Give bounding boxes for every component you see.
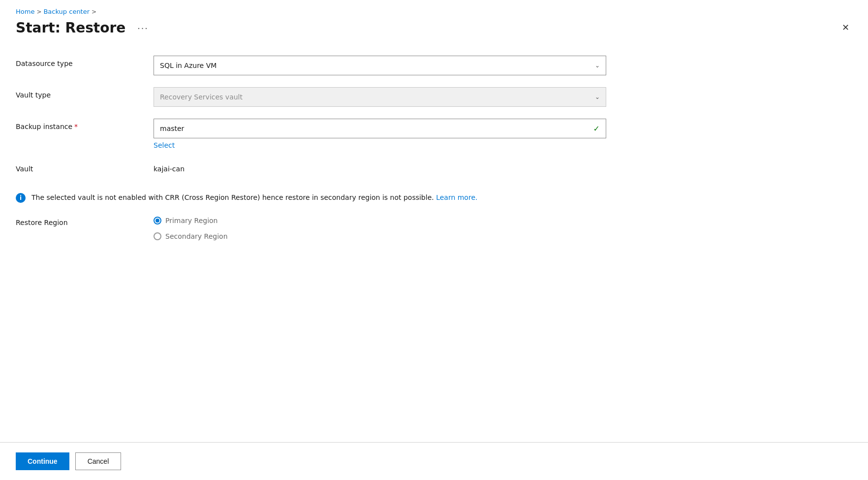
vault-value: kajai-can xyxy=(154,161,606,173)
page-title: Start: Restore xyxy=(16,20,125,36)
datasource-type-value: SQL in Azure VM xyxy=(160,62,217,69)
chevron-down-icon: ⌄ xyxy=(595,62,600,69)
form-section: Datasource type SQL in Azure VM ⌄ Vault … xyxy=(16,56,655,240)
radio-primary-label: Primary Region xyxy=(165,217,217,224)
required-star: * xyxy=(74,123,78,130)
restore-region-label: Restore Region xyxy=(16,217,154,226)
backup-instance-input[interactable]: master ✓ xyxy=(154,119,606,138)
vault-type-label: Vault type xyxy=(16,87,154,99)
page-header: Start: Restore ··· ✕ xyxy=(16,19,852,40)
datasource-type-select[interactable]: SQL in Azure VM ⌄ xyxy=(154,56,606,75)
cancel-button[interactable]: Cancel xyxy=(75,452,122,470)
vault-row: Vault kajai-can xyxy=(16,161,655,181)
close-icon: ✕ xyxy=(842,22,849,33)
restore-region-radio-group: Primary Region Secondary Region xyxy=(154,217,228,240)
footer-bar: Continue Cancel xyxy=(0,442,868,480)
radio-secondary-label: Secondary Region xyxy=(165,232,228,240)
vault-type-select: Recovery Services vault ⌄ xyxy=(154,87,606,107)
check-icon: ✓ xyxy=(593,124,600,133)
more-options-button[interactable]: ··· xyxy=(133,21,153,34)
info-icon: i xyxy=(16,193,26,203)
page-title-row: Start: Restore ··· xyxy=(16,20,153,36)
main-content: Datasource type SQL in Azure VM ⌄ Vault … xyxy=(0,40,868,442)
radio-secondary-region[interactable]: Secondary Region xyxy=(154,232,228,240)
page-wrapper: Home > Backup center > Start: Restore ··… xyxy=(0,0,868,480)
close-button[interactable]: ✕ xyxy=(839,19,852,36)
datasource-type-label: Datasource type xyxy=(16,56,154,67)
datasource-type-control: SQL in Azure VM ⌄ xyxy=(154,56,606,75)
breadcrumb-sep-2: > xyxy=(92,8,96,15)
breadcrumb-home[interactable]: Home xyxy=(16,8,34,15)
info-message: The selected vault is not enabled with C… xyxy=(31,193,434,201)
vault-type-value: Recovery Services vault xyxy=(160,93,243,101)
breadcrumb-backup-center[interactable]: Backup center xyxy=(43,8,90,15)
backup-instance-row: Backup instance * master ✓ Select xyxy=(16,119,655,149)
top-section: Home > Backup center > Start: Restore ··… xyxy=(0,0,868,40)
continue-button[interactable]: Continue xyxy=(16,452,69,470)
radio-primary-input[interactable] xyxy=(154,217,161,224)
breadcrumb: Home > Backup center > xyxy=(16,8,852,15)
info-text: The selected vault is not enabled with C… xyxy=(31,192,477,203)
vault-label: Vault xyxy=(16,161,154,173)
backup-instance-label: Backup instance * xyxy=(16,119,154,130)
backup-instance-select-link[interactable]: Select xyxy=(154,141,606,149)
vault-value-wrapper: kajai-can xyxy=(154,161,606,173)
learn-more-link[interactable]: Learn more. xyxy=(436,193,477,201)
info-banner: i The selected vault is not enabled with… xyxy=(16,192,606,203)
datasource-type-row: Datasource type SQL in Azure VM ⌄ xyxy=(16,56,655,75)
backup-instance-control: master ✓ Select xyxy=(154,119,606,149)
vault-type-row: Vault type Recovery Services vault ⌄ xyxy=(16,87,655,107)
vault-type-control: Recovery Services vault ⌄ xyxy=(154,87,606,107)
restore-region-row: Restore Region Primary Region Secondary … xyxy=(16,217,655,240)
radio-primary-region[interactable]: Primary Region xyxy=(154,217,228,224)
chevron-down-icon-vault: ⌄ xyxy=(595,94,600,100)
breadcrumb-sep-1: > xyxy=(36,8,41,15)
backup-instance-value: master xyxy=(160,125,184,132)
radio-secondary-input[interactable] xyxy=(154,232,161,240)
